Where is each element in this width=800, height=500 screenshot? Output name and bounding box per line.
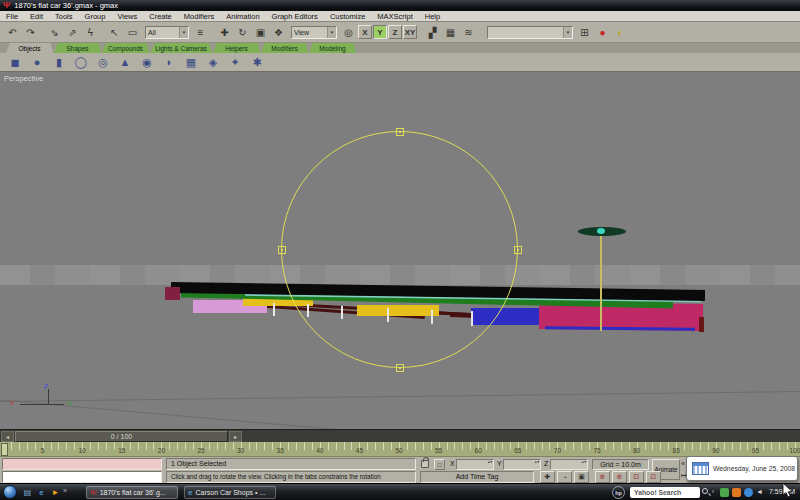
- menu-help[interactable]: Help: [419, 11, 446, 22]
- scatter-icon[interactable]: ✱: [246, 54, 268, 71]
- chevron-down-icon[interactable]: ▾: [327, 27, 336, 38]
- select-object-icon[interactable]: ↖: [106, 24, 123, 40]
- cone-icon[interactable]: ▲: [114, 54, 136, 71]
- tube-icon[interactable]: ◎: [92, 54, 114, 71]
- tray-icon-orange[interactable]: [732, 488, 741, 497]
- teapot-icon[interactable]: ◗: [158, 54, 180, 71]
- select-and-rotate-icon[interactable]: ↻: [234, 24, 251, 40]
- brake-staff[interactable]: [600, 233, 602, 331]
- track-bar[interactable]: 5101520253035404550556065707580859095100: [0, 442, 800, 457]
- chevron-down-icon[interactable]: ▾: [179, 27, 188, 38]
- tray-icon-network[interactable]: [744, 488, 753, 497]
- go-to-start-icon[interactable]: «: [681, 460, 685, 467]
- coord-x-field[interactable]: [456, 459, 494, 470]
- menu-views[interactable]: Views: [111, 11, 143, 22]
- title-bar[interactable]: Ψ 1870's flat car 36'.gmax - gmax: [0, 0, 800, 11]
- stake-1[interactable]: [273, 303, 275, 316]
- axis-constraint-z[interactable]: Z: [388, 25, 402, 39]
- selection-filter-dropdown[interactable]: All▾: [145, 26, 189, 39]
- schematic-view-icon[interactable]: ⊞: [576, 24, 593, 40]
- gizmo-handle-left[interactable]: [278, 246, 286, 254]
- plane-icon[interactable]: ▦: [180, 54, 202, 71]
- arc-rotate-icon[interactable]: ◔: [557, 471, 572, 483]
- show-desktop-icon[interactable]: ▤: [22, 487, 33, 498]
- use-pivot-center-icon[interactable]: ◎: [340, 24, 357, 40]
- zoom-extents-all-icon[interactable]: ⊡: [646, 471, 661, 483]
- rectangular-selection-icon[interactable]: ▭: [124, 24, 141, 40]
- tab-modifiers[interactable]: Modifiers: [261, 43, 308, 53]
- menu-create[interactable]: Create: [143, 11, 178, 22]
- menu-group[interactable]: Group: [79, 11, 112, 22]
- mirror-icon[interactable]: ▞: [424, 24, 441, 40]
- box-icon[interactable]: ◼: [4, 54, 26, 71]
- zoom-extents-icon[interactable]: ⊡: [629, 471, 644, 483]
- rotate-gizmo-circle[interactable]: [281, 131, 518, 368]
- torus-icon[interactable]: ◯: [70, 54, 92, 71]
- undo-icon[interactable]: ↶: [4, 24, 21, 40]
- select-and-scale-icon[interactable]: ▣: [252, 24, 269, 40]
- menu-graph-editors[interactable]: Graph Editors: [266, 11, 324, 22]
- tab-modeling[interactable]: Modeling: [309, 43, 356, 53]
- speaker-icon[interactable]: ◄: [756, 488, 763, 495]
- tray-collapse-chevron[interactable]: ‹: [712, 488, 714, 495]
- array-icon[interactable]: ▦: [442, 24, 459, 40]
- select-and-link-icon[interactable]: ⇘: [46, 24, 63, 40]
- brake-wheel-hub[interactable]: [597, 228, 605, 234]
- taskbar-button-gmax[interactable]: Ψ 1870's flat car 36'.g...: [86, 486, 178, 499]
- selection-lock-icon[interactable]: [421, 460, 429, 468]
- gizmo-handle-top[interactable]: [396, 128, 404, 136]
- tab-objects[interactable]: Objects: [6, 43, 53, 53]
- time-slider[interactable]: 0 / 100: [15, 431, 228, 442]
- tab-lights-cameras[interactable]: Lights & Cameras: [150, 43, 212, 53]
- zoom-all-icon[interactable]: ⊕: [612, 471, 627, 483]
- star-icon[interactable]: ✦: [224, 54, 246, 71]
- align-icon[interactable]: ≋: [460, 24, 477, 40]
- menu-maxscript[interactable]: MAXScript: [371, 11, 418, 22]
- tab-helpers[interactable]: Helpers: [213, 43, 260, 53]
- absolute-mode-toggle[interactable]: □: [434, 459, 445, 470]
- select-by-name-icon[interactable]: ≡: [192, 24, 209, 40]
- coord-z-field[interactable]: [550, 459, 588, 470]
- tab-compounds[interactable]: Compounds: [102, 43, 149, 53]
- menu-edit[interactable]: Edit: [24, 11, 49, 22]
- perspective-viewport[interactable]: Perspective x Y z: [0, 72, 800, 429]
- select-and-manipulate-icon[interactable]: ❖: [270, 24, 287, 40]
- maxscript-listener-input[interactable]: [2, 458, 162, 470]
- named-selection-dropdown[interactable]: ▾: [487, 26, 573, 39]
- tray-icon-green[interactable]: [720, 488, 729, 497]
- coord-y-field[interactable]: [503, 459, 541, 470]
- blue-strip[interactable]: [545, 326, 695, 330]
- next-frame-button[interactable]: ▸: [229, 431, 242, 442]
- end-post-maroon[interactable]: [699, 317, 704, 332]
- internet-explorer-icon[interactable]: e: [36, 487, 47, 498]
- frame-zero-marker[interactable]: [1, 443, 8, 456]
- search-icon[interactable]: [702, 488, 708, 494]
- hedra-icon[interactable]: ◈: [202, 54, 224, 71]
- axis-constraint-x[interactable]: X: [358, 25, 372, 39]
- axis-constraint-y[interactable]: Y: [373, 25, 387, 39]
- time-slider-track[interactable]: ◂ 0 / 100 ▸: [0, 429, 800, 442]
- gizmo-handle-right[interactable]: [514, 246, 522, 254]
- menu-tools[interactable]: Tools: [49, 11, 79, 22]
- material-editor-icon[interactable]: ●: [594, 24, 611, 40]
- tab-shapes[interactable]: Shapes: [54, 43, 101, 53]
- render-icon[interactable]: ◐: [612, 24, 629, 40]
- previous-frame-button[interactable]: ◂: [1, 431, 14, 442]
- menu-customize[interactable]: Customize: [324, 11, 371, 22]
- zoom-icon[interactable]: ⊕: [595, 471, 610, 483]
- redo-icon[interactable]: ↷: [22, 24, 39, 40]
- quick-launch-overflow-chevron[interactable]: »: [63, 487, 67, 494]
- menu-file[interactable]: File: [0, 11, 24, 22]
- yahoo-search-input[interactable]: Yahoo! Search: [630, 487, 700, 498]
- end-beam-maroon[interactable]: [165, 287, 180, 300]
- reference-coordinate-dropdown[interactable]: View▾: [291, 26, 337, 39]
- sphere-icon[interactable]: ●: [26, 54, 48, 71]
- bind-to-spacewarp-icon[interactable]: ϟ: [82, 24, 99, 40]
- geosphere-icon[interactable]: ◉: [136, 54, 158, 71]
- cylinder-icon[interactable]: ▮: [48, 54, 70, 71]
- gizmo-handle-bottom[interactable]: [396, 364, 404, 372]
- chevron-down-icon[interactable]: ▾: [563, 27, 572, 38]
- start-button[interactable]: [3, 485, 17, 499]
- taskbar-button-browser[interactable]: e Carson Car Shops • ...: [184, 486, 276, 499]
- pan-view-icon[interactable]: ✚: [540, 471, 555, 483]
